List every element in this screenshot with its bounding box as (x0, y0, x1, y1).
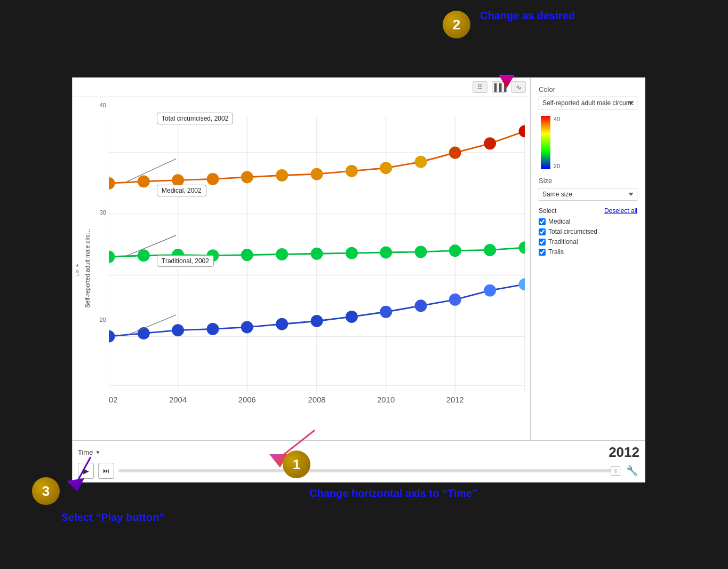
step-button[interactable]: ⏭ (98, 463, 114, 479)
bubble-2-number: 2 (453, 17, 460, 33)
color-scale-row: 40 20 (539, 116, 637, 169)
color-mid-label: 20 (554, 163, 560, 169)
svg-point-40 (172, 324, 184, 336)
svg-point-25 (109, 251, 115, 263)
svg-point-21 (415, 156, 427, 168)
line-icon-btn[interactable]: ∿ (511, 81, 526, 93)
checkbox-total: Total circumcised (539, 228, 637, 235)
checkbox-medical-input[interactable] (539, 218, 546, 225)
svg-text:2012: 2012 (446, 396, 464, 404)
svg-point-36 (484, 244, 496, 256)
time-dropdown-arrow: ▼ (95, 449, 100, 455)
svg-point-42 (241, 321, 253, 333)
annotation-bubble-2: 2 (443, 11, 470, 38)
checkbox-total-input[interactable] (539, 228, 546, 235)
checkbox-medical-label: Medical (548, 218, 570, 225)
svg-point-28 (207, 249, 219, 262)
svg-point-47 (415, 299, 427, 312)
svg-point-24 (519, 125, 525, 137)
svg-point-37 (519, 241, 525, 254)
svg-text:2008: 2008 (308, 396, 325, 404)
svg-point-20 (380, 162, 392, 174)
svg-line-52 (127, 235, 176, 256)
chart-top-bar: ⠿ ▐▐▐ ∿ (73, 78, 530, 97)
svg-point-41 (207, 323, 219, 335)
svg-point-27 (172, 249, 184, 261)
bar-icon-btn[interactable]: ▐▐▐ (492, 81, 507, 93)
svg-text:2004: 2004 (169, 396, 187, 404)
size-dropdown[interactable]: Same size (539, 188, 637, 201)
svg-point-22 (449, 147, 461, 159)
time-label-dropdown[interactable]: Time ▼ (78, 448, 100, 456)
svg-point-45 (346, 311, 358, 323)
svg-point-16 (241, 171, 253, 183)
size-section-title: Size (539, 177, 637, 185)
timeline-track[interactable]: ||| (118, 469, 620, 472)
checkbox-total-label: Total circumcised (548, 228, 597, 235)
checkbox-traditional-label: Traditional (548, 238, 578, 246)
color-gradient (541, 116, 550, 169)
svg-point-18 (311, 168, 323, 180)
select-header: Select Deselect all (539, 207, 637, 215)
svg-point-44 (311, 315, 323, 327)
chart-svg: 2002 2004 2006 2008 2010 2012 (109, 102, 525, 424)
year-display: 2012 (609, 444, 639, 461)
lin-indicator: Lin ▼ (75, 263, 80, 276)
svg-point-31 (311, 248, 323, 260)
bottom-bar: Time ▼ 2012 ▶ ⏭ ||| 🔧 (72, 440, 645, 483)
svg-point-30 (276, 248, 288, 260)
annotation-bubble-3: 3 (32, 477, 60, 505)
y-axis-label: Lin ▼ (73, 97, 82, 440)
y-scale-top: 40 (93, 102, 106, 108)
annotation-text-2: Change as desired (480, 10, 575, 22)
right-panel: Color Self-reported adult male circumcis… (531, 77, 645, 440)
annotation-text-1: Change horizontal axis to “Time” (309, 487, 477, 500)
svg-point-34 (415, 246, 427, 258)
color-dropdown[interactable]: Self-reported adult male circumcision SA… (539, 97, 637, 109)
scatter-icon-btn[interactable]: ⠿ (473, 81, 487, 93)
y-scale: 40 30 20 (93, 97, 109, 440)
svg-point-35 (449, 244, 461, 257)
svg-point-14 (172, 174, 184, 186)
svg-point-23 (484, 137, 496, 149)
svg-point-29 (241, 249, 253, 261)
checkbox-traditional-input[interactable] (539, 239, 546, 246)
svg-point-38 (109, 330, 115, 343)
svg-point-17 (276, 169, 288, 181)
color-max-label: 40 (554, 116, 560, 122)
checkbox-trails-input[interactable] (539, 249, 546, 256)
svg-point-15 (207, 173, 219, 185)
svg-point-19 (346, 165, 358, 177)
svg-point-39 (138, 327, 150, 339)
svg-line-51 (127, 159, 176, 181)
svg-point-12 (109, 177, 115, 189)
chart-container: ⠿ ▐▐▐ ∿ Lin ▼ Self-reported adult male c… (72, 77, 531, 440)
time-row: Time ▼ 2012 (78, 444, 639, 461)
checkbox-medical: Medical (539, 218, 637, 225)
svg-point-43 (276, 318, 288, 330)
svg-text:2002: 2002 (109, 396, 118, 404)
timeline-thumb[interactable]: ||| (611, 466, 620, 476)
checkbox-trails-label: Trails (548, 248, 564, 256)
playback-row: ▶ ⏭ ||| 🔧 (78, 463, 639, 479)
select-title: Select (539, 207, 556, 215)
svg-point-46 (380, 306, 392, 318)
bubble-3-number: 3 (42, 483, 50, 500)
y-scale-low: 20 (93, 317, 106, 323)
checkbox-traditional: Traditional (539, 238, 637, 246)
chart-area: 2002 2004 2006 2008 2010 2012 Total circ… (109, 97, 530, 440)
svg-point-32 (346, 247, 358, 259)
annotation-bubble-1: 1 (283, 451, 310, 478)
deselect-all-link[interactable]: Deselect all (604, 207, 637, 215)
bubble-1-number: 1 (293, 456, 300, 473)
svg-point-13 (138, 175, 150, 187)
svg-point-50 (519, 278, 525, 290)
settings-button[interactable]: 🔧 (625, 463, 639, 478)
color-labels: 40 20 (554, 116, 560, 169)
time-label: Time (78, 448, 93, 456)
svg-text:2010: 2010 (377, 396, 395, 404)
play-button[interactable]: ▶ (78, 463, 94, 479)
svg-point-33 (380, 247, 392, 259)
svg-point-49 (484, 284, 496, 297)
y-axis-title: Self-reported adult male circ… (82, 223, 93, 313)
